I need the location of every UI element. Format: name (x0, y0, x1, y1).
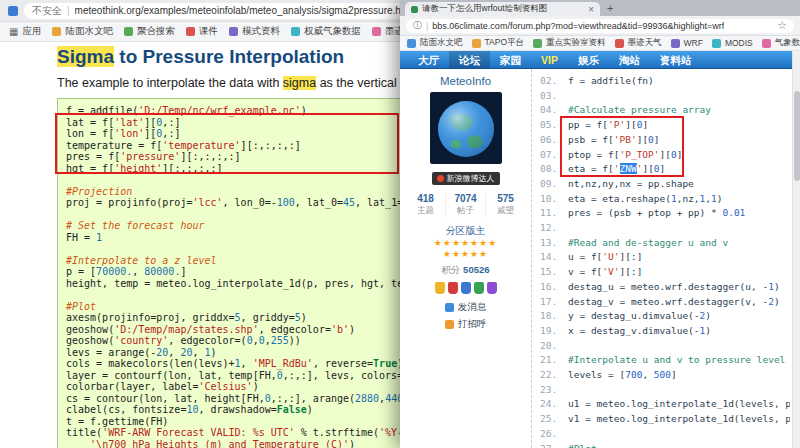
profile-action[interactable]: 打招呼 (445, 318, 487, 331)
bookmark-item[interactable]: 墨迹天气 (615, 37, 662, 49)
code-line: 06.psb = f['PB'][0] (540, 133, 790, 148)
profile-stat[interactable]: 575威望 (485, 193, 525, 217)
forum-nav-item[interactable]: 资料站 (650, 51, 702, 68)
bookmark-label: 聚合搜索 (137, 25, 175, 38)
medal-icon (487, 282, 497, 294)
code-text: nt,nz,ny,nx = pp.shape (568, 177, 694, 192)
code-text (568, 427, 574, 442)
line-number: 21. (540, 353, 562, 368)
greet-icon (445, 320, 454, 329)
code-text: eta = f['ZNW'][0] (568, 162, 665, 177)
post-author-panel: MeteoInfo (400, 69, 532, 448)
address-divider: | (67, 5, 70, 16)
line-number: 25. (540, 412, 562, 427)
code-text (568, 383, 574, 398)
page-info-icon[interactable]: ⓘ (413, 19, 422, 32)
code-line: 24.u1 = meteo.log_interpolate_1d(levels,… (540, 397, 790, 412)
code-text: ptop = f['P_TOP'][0] (568, 148, 682, 163)
intro-before: The example to interpolate the data with (57, 76, 283, 90)
forum-nav-item[interactable]: 大厅 (408, 51, 449, 68)
stat-label: 帖子 (446, 205, 485, 217)
stat-label: 威望 (486, 205, 525, 217)
weibo-badge[interactable]: 新浪微博达人 (432, 172, 500, 185)
user-avatar[interactable] (430, 92, 502, 164)
line-number: 14. (540, 250, 562, 265)
weibo-icon (437, 175, 444, 182)
bookmark-item[interactable]: 模式资料 (229, 25, 280, 38)
medal-icon (448, 282, 458, 294)
username-link[interactable]: MeteoInfo (400, 75, 531, 87)
title-search-highlight: Sigma (57, 46, 114, 67)
line-number: 07. (540, 148, 562, 163)
bookmark-item[interactable]: 权威气象数据 (291, 25, 361, 38)
action-label: 打招呼 (458, 318, 487, 331)
bookmark-item[interactable]: 气象数据资料网 (762, 37, 800, 49)
badge-label: 新浪微博达人 (447, 173, 495, 184)
action-label: 发消息 (458, 301, 487, 314)
bookmark-item[interactable]: 陆面水文吧 (52, 25, 113, 38)
scrollbar[interactable] (792, 51, 800, 448)
address-bar-right[interactable]: ⓘ | bbs.06climate.com/forum.php?mod=view… (406, 19, 794, 33)
bookmark-label: 权威气象数据 (304, 25, 361, 38)
post-code-block: 02.f = addfile(fn)03. 04.#Calculate pres… (540, 74, 790, 448)
code-line: 03. (540, 89, 790, 104)
bookmark-item[interactable]: 重点实验室资料 (533, 37, 606, 49)
post-content: 02.f = addfile(fn)03. 04.#Calculate pres… (532, 69, 800, 448)
bookmark-label: 陆面水文吧 (65, 25, 113, 38)
bookmark-item[interactable]: 聚合搜索 (124, 25, 175, 38)
forum-nav-item[interactable]: VIP (531, 51, 568, 68)
new-tab-button[interactable]: + (607, 1, 613, 16)
bookmark-star-icon-right[interactable]: ☆ (777, 19, 787, 32)
browser-tab[interactable]: 请教一下怎么用wrfout绘制资料图 × (405, 2, 600, 16)
line-number: 02. (540, 74, 562, 89)
profile-stat[interactable]: 7074帖子 (445, 193, 485, 217)
line-number: 22. (540, 368, 562, 383)
line-number: 20. (540, 339, 562, 354)
profile-stats: 418主题7074帖子575威望 (406, 193, 525, 217)
line-number: 26. (540, 427, 562, 442)
profile-action[interactable]: 发消息 (445, 301, 487, 314)
medal-icon (474, 282, 484, 294)
forum-nav-item[interactable]: 淘站 (609, 51, 650, 68)
code-text (568, 89, 574, 104)
forum-nav-item[interactable]: 论坛 (449, 51, 490, 68)
code-line: 14.u = f['U'][:] (540, 250, 790, 265)
profile-stat[interactable]: 418主题 (406, 193, 445, 217)
code-text (568, 339, 574, 354)
bookmark-item[interactable]: 课件 (186, 25, 218, 38)
code-text: destag_v = meteo.wrf.destagger(v, -2) (568, 295, 780, 310)
code-line: 21.#Interpolate u and v to pressure leve… (540, 353, 790, 368)
stat-label: 主题 (406, 205, 445, 217)
code-line: 17.destag_v = meteo.wrf.destagger(v, -2) (540, 295, 790, 310)
rank-stars-row2: ★★★★★ (400, 249, 531, 260)
code-text: psb = f['PB'][0] (568, 133, 660, 148)
bookmark-favicon-icon (712, 39, 721, 48)
score-value[interactable]: 50526 (463, 264, 489, 275)
bookmark-item[interactable]: ▦应用 (9, 25, 41, 38)
bookmark-item[interactable]: WRF (671, 38, 703, 48)
code-text: u = f['U'][:] (568, 250, 642, 265)
code-line: 20. (540, 339, 790, 354)
bookmark-favicon-icon (124, 27, 133, 36)
line-number: 19. (540, 324, 562, 339)
code-text: pp = f['P'][0] (568, 118, 648, 133)
code-line: 22.levels = [700, 500] (540, 368, 790, 383)
user-role[interactable]: 分区版主 (400, 224, 531, 238)
line-number: 12. (540, 221, 562, 236)
tab-close-icon[interactable]: × (588, 4, 594, 15)
line-number: 09. (540, 177, 562, 192)
bookmark-label: 模式资料 (242, 25, 280, 38)
forum-nav-item[interactable]: 家园 (490, 51, 531, 68)
medal-icon (461, 282, 471, 294)
earth-globe-icon (430, 92, 502, 164)
bookmark-item[interactable]: 陆面水文吧 (407, 37, 463, 49)
bookmark-favicon-icon (533, 39, 542, 48)
forum-nav-item[interactable]: 娱乐 (568, 51, 609, 68)
code-line: 04.#Calculate pressure array (540, 103, 790, 118)
scrollbar-thumb[interactable] (794, 91, 800, 181)
bookmark-item[interactable]: TAPO平台 (472, 37, 525, 49)
tab-title: 请教一下怎么用wrfout绘制资料图 (422, 3, 584, 15)
code-line: 13.#Read and de-stagger u and v (540, 236, 790, 251)
forum-nav: 大厅论坛家园VIP娱乐淘站资料站 (400, 51, 800, 69)
bookmark-item[interactable]: MODIS (712, 38, 753, 48)
